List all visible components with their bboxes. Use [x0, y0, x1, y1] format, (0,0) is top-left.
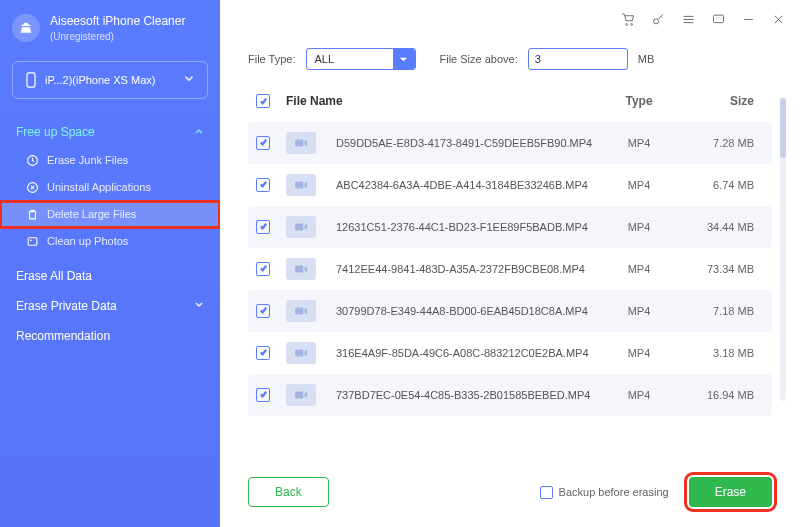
- image-icon: [26, 235, 39, 248]
- file-type: MP4: [604, 137, 674, 149]
- video-thumb-icon: [286, 258, 316, 280]
- file-size-label: File Size above:: [440, 53, 518, 65]
- svg-rect-10: [295, 181, 303, 188]
- section-free-up-space[interactable]: Free up Space: [0, 117, 220, 147]
- chevron-down-icon: [194, 299, 204, 313]
- table-row[interactable]: 737BD7EC-0E54-4C85-B335-2B01585BEBED.MP4…: [248, 374, 772, 416]
- svg-point-6: [630, 23, 632, 25]
- cart-icon[interactable]: [620, 11, 636, 27]
- file-size: 6.74 MB: [674, 179, 764, 191]
- app-subtitle: (Unregistered): [50, 30, 185, 43]
- section-recommendation[interactable]: Recommendation: [0, 321, 220, 351]
- svg-point-7: [653, 18, 658, 23]
- file-type: MP4: [604, 221, 674, 233]
- file-size: 73.34 MB: [674, 263, 764, 275]
- key-icon[interactable]: [650, 11, 666, 27]
- file-type: MP4: [604, 389, 674, 401]
- svg-rect-3: [28, 237, 37, 245]
- section-erase-private-data[interactable]: Erase Private Data: [0, 291, 220, 321]
- file-size: 16.94 MB: [674, 389, 764, 401]
- chevron-down-icon: [183, 71, 195, 89]
- file-size-unit: MB: [638, 53, 655, 65]
- svg-rect-12: [295, 265, 303, 272]
- file-name: 30799D78-E349-44A8-BD00-6EAB45D18C8A.MP4: [336, 305, 588, 317]
- file-size: 7.28 MB: [674, 137, 764, 149]
- device-name: iP...2)(iPhone XS Max): [45, 74, 155, 86]
- file-type: MP4: [604, 347, 674, 359]
- close-icon[interactable]: [770, 11, 786, 27]
- svg-rect-14: [295, 349, 303, 356]
- svg-rect-15: [295, 391, 303, 398]
- chevron-up-icon: [194, 125, 204, 139]
- minimize-icon[interactable]: [740, 11, 756, 27]
- row-checkbox[interactable]: [256, 136, 270, 150]
- video-thumb-icon: [286, 384, 316, 406]
- dropdown-arrow-icon: [393, 49, 415, 69]
- menu-icon[interactable]: [680, 11, 696, 27]
- video-thumb-icon: [286, 216, 316, 238]
- file-size: 7.18 MB: [674, 305, 764, 317]
- brand: Aiseesoft iPhone Cleaner (Unregistered): [0, 0, 220, 57]
- table-row[interactable]: 12631C51-2376-44C1-BD23-F1EE89F5BADB.MP4…: [248, 206, 772, 248]
- scrollbar[interactable]: [780, 98, 786, 401]
- svg-rect-0: [27, 72, 35, 86]
- sidebar-item-clean-photos[interactable]: Clean up Photos: [0, 228, 220, 255]
- row-checkbox[interactable]: [256, 304, 270, 318]
- video-thumb-icon: [286, 174, 316, 196]
- table-row[interactable]: D59DD5AE-E8D3-4173-8491-C59DEEB5FB90.MP4…: [248, 122, 772, 164]
- sidebar-item-erase-junk[interactable]: Erase Junk Files: [0, 147, 220, 174]
- file-type: MP4: [604, 263, 674, 275]
- sidebar-item-delete-large-files[interactable]: Delete Large Files: [0, 201, 220, 228]
- table-row[interactable]: ABC42384-6A3A-4DBE-A414-3184BE33246B.MP4…: [248, 164, 772, 206]
- table-row[interactable]: 316E4A9F-85DA-49C6-A08C-883212C0E2BA.MP4…: [248, 332, 772, 374]
- backup-checkbox[interactable]: Backup before erasing: [540, 486, 669, 499]
- main-content: File Type: ALL File Size above: MB File …: [220, 0, 800, 527]
- file-name: ABC42384-6A3A-4DBE-A414-3184BE33246B.MP4: [336, 179, 588, 191]
- window-toolbar: [220, 0, 800, 38]
- video-thumb-icon: [286, 132, 316, 154]
- file-table: File Name Type Size D59DD5AE-E8D3-4173-8…: [220, 84, 800, 461]
- back-button[interactable]: Back: [248, 477, 329, 507]
- file-size: 3.18 MB: [674, 347, 764, 359]
- table-row[interactable]: 30799D78-E349-44A8-BD00-6EAB45D18C8A.MP4…: [248, 290, 772, 332]
- file-type-select[interactable]: ALL: [306, 48, 416, 70]
- svg-rect-13: [295, 307, 303, 314]
- phone-icon: [25, 72, 37, 88]
- sidebar-item-uninstall-apps[interactable]: Uninstall Applications: [0, 174, 220, 201]
- file-type-label: File Type:: [248, 53, 296, 65]
- file-name: 12631C51-2376-44C1-BD23-F1EE89F5BADB.MP4: [336, 221, 588, 233]
- table-body: D59DD5AE-E8D3-4173-8491-C59DEEB5FB90.MP4…: [248, 122, 772, 416]
- file-size-input[interactable]: [528, 48, 628, 70]
- filter-bar: File Type: ALL File Size above: MB: [220, 38, 800, 84]
- select-all-checkbox[interactable]: [256, 94, 270, 108]
- table-row[interactable]: 7412EE44-9841-483D-A35A-2372FB9CBE08.MP4…: [248, 248, 772, 290]
- svg-rect-9: [295, 139, 303, 146]
- svg-rect-8: [713, 15, 723, 23]
- header-type[interactable]: Type: [604, 94, 674, 108]
- svg-rect-11: [295, 223, 303, 230]
- file-size: 34.44 MB: [674, 221, 764, 233]
- file-name: 737BD7EC-0E54-4C85-B335-2B01585BEBED.MP4: [336, 389, 590, 401]
- file-name: 316E4A9F-85DA-49C6-A08C-883212C0E2BA.MP4: [336, 347, 589, 359]
- row-checkbox[interactable]: [256, 388, 270, 402]
- app-title: Aiseesoft iPhone Cleaner: [50, 14, 185, 30]
- header-size[interactable]: Size: [674, 94, 764, 108]
- svg-point-4: [30, 239, 32, 241]
- erase-button[interactable]: Erase: [689, 477, 772, 507]
- row-checkbox[interactable]: [256, 346, 270, 360]
- scroll-thumb[interactable]: [780, 98, 786, 158]
- svg-point-5: [625, 23, 627, 25]
- chat-icon[interactable]: [710, 11, 726, 27]
- file-type: MP4: [604, 179, 674, 191]
- video-thumb-icon: [286, 300, 316, 322]
- header-file-name[interactable]: File Name: [286, 94, 604, 108]
- row-checkbox[interactable]: [256, 220, 270, 234]
- trash-icon: [26, 208, 39, 221]
- clock-icon: [26, 154, 39, 167]
- row-checkbox[interactable]: [256, 262, 270, 276]
- section-erase-all-data[interactable]: Erase All Data: [0, 261, 220, 291]
- sidebar: Aiseesoft iPhone Cleaner (Unregistered) …: [0, 0, 220, 527]
- row-checkbox[interactable]: [256, 178, 270, 192]
- device-selector[interactable]: iP...2)(iPhone XS Max): [12, 61, 208, 99]
- video-thumb-icon: [286, 342, 316, 364]
